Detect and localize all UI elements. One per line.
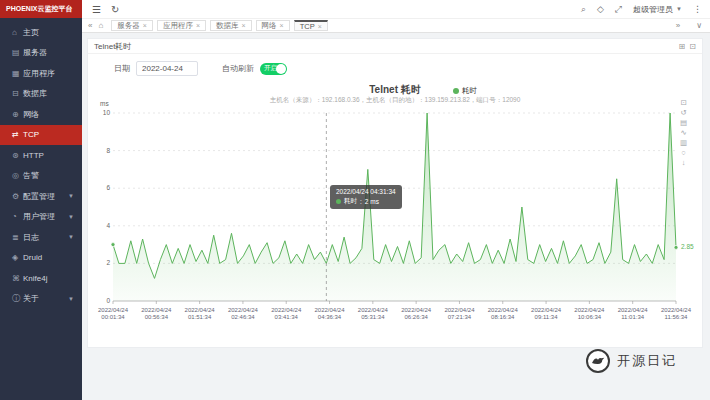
menu-collapse-icon[interactable]: ☰ [92,4,101,15]
alarm-icon: ◎ [12,171,23,180]
legend-item[interactable]: 耗时 [453,86,477,96]
sidebar-item-tcp[interactable]: ⇄TCP [0,125,82,146]
toggle-knob [276,64,286,74]
theme-icon[interactable]: ◇ [597,4,604,14]
sidebar-item-database[interactable]: ⊟数据库 [0,84,82,105]
sidebar-item-users[interactable]: ◔用户管理▼ [0,207,82,228]
svg-text:0: 0 [106,297,110,304]
bird-logo-icon [586,349,610,373]
tab-应用程序[interactable]: 应用程序× [157,20,206,31]
svg-text:2022/04/2404:36:34: 2022/04/2404:36:34 [315,307,346,320]
sidebar-item-logs[interactable]: ≣日志▼ [0,227,82,248]
svg-text:2022/04/2411:01:34: 2022/04/2411:01:34 [618,307,649,320]
fullscreen-icon[interactable]: ⤢ [615,4,622,15]
svg-text:2022/04/2400:56:34: 2022/04/2400:56:34 [141,307,172,320]
pin-icon[interactable]: ⊡ [689,42,696,51]
svg-text:2022/04/2405:31:34: 2022/04/2405:31:34 [358,307,389,320]
svg-text:8: 8 [106,147,110,154]
svg-text:4: 4 [106,222,110,229]
tab-TCP[interactable]: TCP× [294,20,328,31]
sidebar-item-knife4j[interactable]: ⌘Knife4j [0,268,82,289]
svg-text:10: 10 [103,109,111,116]
content-area: Telnet耗时 ⊞ ⊡ 日期 自动刷新 开启 Telnet 耗时 耗时 主机名… [82,33,710,400]
close-icon[interactable]: × [196,22,200,29]
sidebar-item-apps[interactable]: ▦应用程序 [0,63,82,84]
legend-label: 耗时 [462,86,477,96]
home-icon[interactable]: ⌂ [98,21,103,30]
sidebar-item-config[interactable]: ⚙配置管理▼ [0,186,82,207]
users-icon: ◔ [12,212,23,221]
svg-text:2022/04/2407:21:34: 2022/04/2407:21:34 [444,307,475,320]
sidebar-menu: ⌂主页▤服务器▦应用程序⊟数据库⊕网络⇄TCP⊛HTTP◎告警⚙配置管理▼◔用户… [0,18,82,309]
home-icon: ⌂ [12,28,23,37]
chevron-down-icon: ▼ [68,193,74,199]
legend-dot-icon [453,88,459,94]
sidebar-item-about[interactable]: ⓘ关于▼ [0,289,82,310]
tcp-icon: ⇄ [12,130,23,139]
sidebar-item-alarm[interactable]: ◎告警 [0,166,82,187]
sidebar: PHOENIX云监控平台 ⌂主页▤服务器▦应用程序⊟数据库⊕网络⇄TCP⊛HTT… [0,0,82,400]
sidebar-item-home[interactable]: ⌂主页 [0,22,82,43]
sidebar-item-druid[interactable]: ◈Druid [0,248,82,269]
search-icon[interactable]: ⌕ [581,4,586,15]
svg-text:2022/04/2406:26:34: 2022/04/2406:26:34 [401,307,432,320]
tab-服务器[interactable]: 服务器× [111,20,153,31]
popout-icon[interactable]: ⊞ [679,42,686,51]
refresh-icon[interactable]: ↻ [111,4,119,15]
svg-text:2022/04/2410:06:34: 2022/04/2410:06:34 [574,307,605,320]
line-chart-icon[interactable]: ∿ [680,129,687,137]
server-icon: ▤ [12,48,23,57]
arrow-right-icon[interactable]: » [676,21,680,30]
config-icon: ⚙ [12,192,23,201]
chart-canvas[interactable]: ms02468102022/04/2400:01:342022/04/2400:… [90,97,702,331]
database-icon: ⊟ [12,89,23,98]
close-icon[interactable]: × [280,22,284,29]
bar-chart-icon[interactable]: ▥ [680,139,687,147]
svg-text:2022/04/2411:56:34: 2022/04/2411:56:34 [661,307,692,320]
svg-text:2022/04/2408:16:34: 2022/04/2408:16:34 [488,307,519,320]
date-input[interactable] [136,61,198,76]
watermark: 开源日记 [586,349,677,373]
zoom-box-icon[interactable]: ⊡ [680,99,687,107]
refresh-icon[interactable]: ○ [680,149,687,157]
chart-title: Telnet 耗时 [88,83,702,97]
panel-title: Telnet耗时 [88,41,131,52]
data-view-icon[interactable]: ▤ [680,119,687,127]
auto-refresh-label: 自动刷新 [222,63,254,74]
sidebar-item-server[interactable]: ▤服务器 [0,43,82,64]
svg-text:2: 2 [106,259,110,266]
close-icon[interactable]: × [241,22,245,29]
sidebar-item-http[interactable]: ⊛HTTP [0,145,82,166]
tabs-menu-icon[interactable]: ∨ [696,21,702,30]
tab-list: 服务器×应用程序×数据库×网络×TCP× [111,20,327,31]
top-navbar: ☰ ↻ ⌕ ◇ ⤢ 超级管理员 ▼ ⋮ [82,0,710,19]
close-icon[interactable]: × [143,22,147,29]
auto-refresh-toggle[interactable]: 开启 [260,63,287,75]
tags-bar: « ⌂ 服务器×应用程序×数据库×网络×TCP× » ∨ [82,19,710,33]
tab-数据库[interactable]: 数据库× [210,20,252,31]
user-dropdown[interactable]: 超级管理员 ▼ [633,4,682,15]
svg-text:2022/04/2403:41:34: 2022/04/2403:41:34 [271,307,302,320]
apps-icon: ▦ [12,69,23,78]
sidebar-item-network[interactable]: ⊕网络 [0,104,82,125]
chevron-down-icon: ▼ [676,6,682,12]
close-icon[interactable]: × [318,23,322,30]
save-image-icon[interactable]: ↓ [680,159,687,167]
network-icon: ⊕ [12,110,23,119]
app-logo: PHOENIX云监控平台 [0,0,82,18]
chart-toolbox: ⊡↺▤∿▥○↓ [680,99,687,167]
chevron-down-icon: ▼ [68,234,74,240]
svg-text:ms: ms [100,100,109,107]
knife4j-icon: ⌘ [12,274,23,283]
chevron-down-icon: ▼ [68,296,74,302]
more-icon[interactable]: ⋮ [693,4,702,14]
watermark-text: 开源日记 [617,352,677,370]
druid-icon: ◈ [12,253,23,262]
restore-icon[interactable]: ↺ [680,109,687,117]
filter-row: 日期 自动刷新 开启 [114,61,287,76]
about-icon: ⓘ [12,293,23,304]
arrow-left-icon[interactable]: « [88,21,92,30]
svg-text:2022/04/2400:01:34: 2022/04/2400:01:34 [98,307,129,320]
tab-网络[interactable]: 网络× [256,20,290,31]
svg-text:2.85: 2.85 [681,243,694,250]
